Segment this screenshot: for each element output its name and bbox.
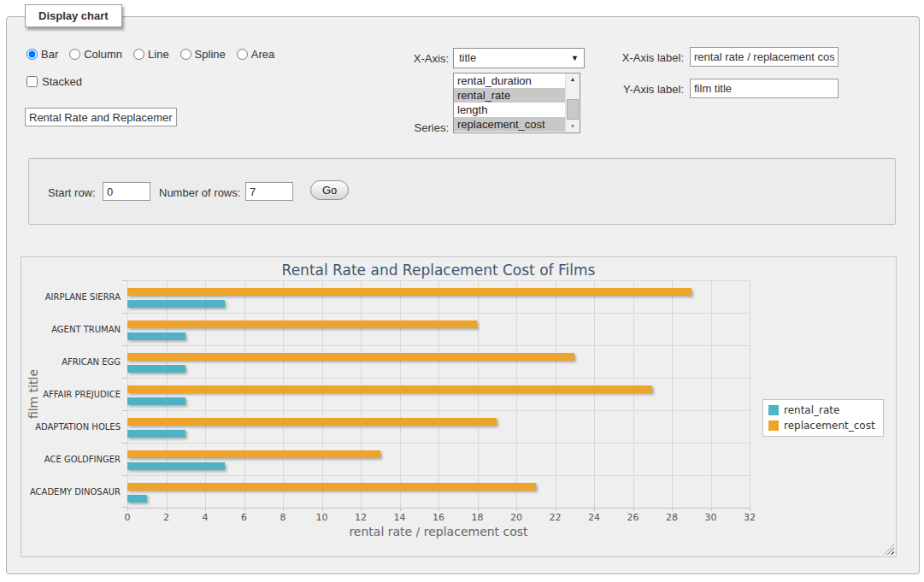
- gridline-vertical: [438, 280, 439, 508]
- chart-type-radio-group: BarColumnLineSplineArea: [26, 48, 274, 61]
- x-axis-select[interactable]: title ▼: [453, 48, 585, 68]
- x-axis-tick-label: 20: [510, 512, 522, 523]
- gridline-horizontal: [127, 443, 750, 444]
- row-range-panel: Start row: Number of rows: Go: [28, 158, 896, 225]
- x-axis-label-input[interactable]: [690, 47, 839, 67]
- y-axis-tick: [122, 443, 127, 444]
- x-axis-tick: [633, 508, 634, 511]
- stacked-checkbox[interactable]: [26, 76, 38, 87]
- bar-rental_rate: [127, 332, 185, 340]
- gridline-vertical: [633, 280, 634, 508]
- legend-swatch-icon: [768, 420, 779, 431]
- gridline-vertical: [361, 280, 362, 508]
- x-axis-tick: [205, 508, 206, 511]
- x-axis-tick-label: 4: [203, 512, 209, 523]
- y-axis-label-input[interactable]: [690, 79, 839, 98]
- x-axis-tick: [127, 508, 128, 511]
- category-label: ACADEMY DINOSAUR: [22, 487, 121, 497]
- chart-title: Rental Rate and Replacement Cost of Film…: [127, 262, 750, 279]
- bar-replacement_cost: [127, 418, 497, 426]
- gridline-vertical: [244, 280, 245, 508]
- display-chart-page: Display chart BarColumnLineSplineArea St…: [0, 0, 924, 582]
- x-axis-tick-label: 6: [241, 512, 247, 523]
- bar-rental_rate: [127, 397, 185, 405]
- y-axis-tick: [122, 410, 127, 411]
- chart-type-radio-spline[interactable]: [180, 49, 191, 60]
- chart-type-label: Column: [84, 48, 122, 61]
- scrollbar-thumb[interactable]: [567, 99, 579, 120]
- gridline-vertical: [478, 280, 479, 508]
- series-picker-label: Series:: [368, 121, 449, 134]
- bar-replacement_cost: [127, 288, 692, 296]
- legend-item-replacement_cost[interactable]: replacement_cost: [768, 420, 875, 432]
- chart-type-option-line: Line: [133, 48, 169, 61]
- chart-type-label: Line: [148, 48, 169, 61]
- x-axis-label-label: X-Axis label:: [598, 51, 684, 64]
- x-axis-tick-label: 32: [744, 512, 756, 523]
- x-axis-tick-label: 18: [472, 512, 484, 523]
- chart-type-radio-column[interactable]: [69, 49, 80, 60]
- category-label: ADAPTATION HOLES: [22, 422, 121, 432]
- gridline-vertical: [127, 280, 128, 508]
- chart-type-radio-line[interactable]: [133, 49, 144, 60]
- chart-type-label: Bar: [41, 48, 58, 61]
- gridline-vertical: [556, 280, 556, 508]
- go-button[interactable]: Go: [310, 180, 349, 200]
- y-axis-tick: [122, 280, 127, 281]
- x-axis-tick-label: 24: [588, 512, 600, 523]
- gridline-horizontal: [127, 345, 750, 346]
- dropdown-arrow-icon: ▼: [571, 49, 579, 68]
- bar-rental_rate: [127, 462, 225, 470]
- x-axis-tick: [594, 508, 595, 511]
- y-axis-tick: [122, 313, 127, 314]
- category-label: AGENT TRUMAN: [22, 325, 121, 334]
- x-axis-tick: [438, 508, 439, 511]
- x-axis-tick: [167, 508, 168, 511]
- x-axis-tick: [322, 508, 323, 511]
- x-axis-title: rental rate / replacement cost: [127, 525, 750, 538]
- start-row-input[interactable]: [103, 182, 150, 201]
- listbox-scrollbar[interactable]: ▲ ▼: [565, 73, 580, 132]
- resize-handle-icon[interactable]: [884, 544, 894, 555]
- y-axis-title: film title: [26, 369, 40, 419]
- bar-rental_rate: [127, 430, 185, 438]
- chart-title-input[interactable]: [25, 108, 177, 126]
- legend-swatch-icon: [768, 405, 779, 415]
- y-axis-label-label: Y-Axis label:: [598, 83, 684, 96]
- x-axis-tick-label: 2: [163, 512, 169, 523]
- series-option-length[interactable]: length: [454, 103, 569, 117]
- chart-legend: rental_ratereplacement_cost: [762, 399, 884, 437]
- gridline-horizontal: [127, 313, 750, 314]
- series-option-rental_rate[interactable]: rental_rate: [454, 88, 569, 103]
- scroll-up-icon[interactable]: ▲: [566, 73, 580, 85]
- x-axis-tick: [711, 508, 712, 511]
- bar-replacement_cost: [127, 320, 477, 328]
- stacked-label: Stacked: [42, 75, 82, 88]
- y-axis-tick: [122, 507, 127, 508]
- category-label: AIRPLANE SIERRA: [22, 292, 121, 302]
- bar-rental_rate: [127, 365, 185, 373]
- y-axis-tick: [122, 378, 127, 379]
- x-axis-tick-label: 16: [433, 512, 444, 523]
- fieldset-legend: Display chart: [25, 4, 122, 27]
- chart-type-radio-bar[interactable]: [26, 49, 38, 60]
- x-axis-tick: [478, 508, 479, 511]
- gridline-vertical: [594, 280, 595, 508]
- series-option-rental_duration[interactable]: rental_duration: [454, 73, 569, 88]
- chart-type-radio-area[interactable]: [237, 49, 248, 60]
- series-listbox[interactable]: rental_durationrental_ratelengthreplacem…: [453, 73, 580, 133]
- chart-type-option-area: Area: [237, 48, 274, 61]
- x-axis-tick-label: 26: [627, 512, 639, 523]
- chart-plot-area: AIRPLANE SIERRAAGENT TRUMANAFRICAN EGGAF…: [127, 280, 750, 509]
- y-axis-tick: [122, 345, 127, 346]
- series-option-replacement_cost[interactable]: replacement_cost: [454, 117, 569, 132]
- x-axis-tick: [672, 508, 673, 511]
- legend-item-rental_rate[interactable]: rental_rate: [768, 404, 875, 416]
- gridline-vertical: [322, 280, 323, 508]
- chart-container: Rental Rate and Replacement Cost of Film…: [21, 256, 897, 557]
- number-of-rows-input[interactable]: [245, 182, 293, 201]
- gridline-vertical: [672, 280, 673, 508]
- x-axis-tick-label: 14: [394, 512, 406, 523]
- scroll-down-icon[interactable]: ▼: [566, 121, 580, 132]
- stacked-checkbox-row: Stacked: [26, 75, 82, 88]
